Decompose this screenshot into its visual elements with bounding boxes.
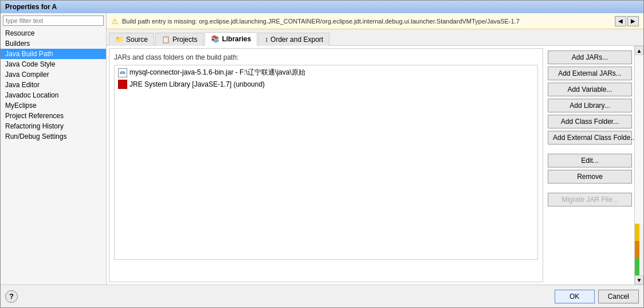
sidebar-items: ResourceBuildersJava Build PathJava Code… bbox=[1, 28, 106, 284]
help-icon: ? bbox=[9, 292, 14, 301]
list-item[interactable]: db mysql-connector-java-5.1.6-bin.jar - … bbox=[116, 67, 536, 79]
cancel-button[interactable]: Cancel bbox=[598, 290, 639, 303]
scroll-track[interactable] bbox=[635, 55, 643, 224]
sidebar-item-java-compiler[interactable]: Java Compiler bbox=[1, 69, 106, 80]
window-title: Properties for A bbox=[5, 3, 57, 11]
lib-item-name: JRE System Library [JavaSE-1.7] (unbound… bbox=[129, 80, 265, 88]
remove-button[interactable]: Remove bbox=[548, 170, 632, 184]
tab-libraries-label: Libraries bbox=[222, 35, 251, 43]
warning-bar: ⚠ Build path entry is missing: org.eclip… bbox=[107, 13, 643, 29]
title-bar: Properties for A bbox=[1, 1, 643, 13]
scroll-up-button[interactable]: ▲ bbox=[635, 46, 643, 55]
indicator-yellow bbox=[635, 224, 639, 241]
dialog-buttons: OK Cancel bbox=[555, 290, 639, 303]
tab-source-label: Source bbox=[126, 36, 148, 44]
nav-arrows: ◀ ▶ bbox=[615, 16, 639, 26]
buttons-panel: Add JARs... Add External JARs... Add Var… bbox=[545, 46, 634, 284]
tab-order-export-label: Order and Export bbox=[270, 36, 323, 44]
content-area: JARs and class folders on the build path… bbox=[107, 46, 643, 284]
tab-source[interactable]: 📁 Source bbox=[109, 33, 154, 46]
sidebar-item-java-editor[interactable]: Java Editor bbox=[1, 80, 106, 90]
properties-window: Properties for A ResourceBuildersJava Bu… bbox=[0, 0, 644, 308]
add-variable-button[interactable]: Add Variable... bbox=[548, 83, 632, 96]
migrate-jar-button[interactable]: Migrate JAR File... bbox=[548, 193, 632, 206]
ok-button[interactable]: OK bbox=[555, 290, 595, 303]
sidebar-item-resource[interactable]: Resource bbox=[1, 28, 106, 38]
libraries-tab-icon: 📚 bbox=[211, 35, 219, 43]
tab-projects-label: Projects bbox=[172, 36, 197, 44]
projects-tab-icon: 📋 bbox=[162, 36, 170, 44]
sidebar-item-java-build-path[interactable]: Java Build Path bbox=[1, 49, 106, 59]
next-warning-button[interactable]: ▶ bbox=[627, 16, 639, 26]
status-bar: ? OK Cancel bbox=[1, 284, 643, 307]
warning-icon: ⚠ bbox=[111, 17, 119, 26]
right-scrollbar: ▲ ▼ bbox=[634, 46, 643, 284]
prev-warning-button[interactable]: ◀ bbox=[615, 16, 626, 26]
add-external-class-folder-button[interactable]: Add External Class Folde... bbox=[548, 131, 632, 145]
add-class-folder-button[interactable]: Add Class Folder... bbox=[548, 115, 632, 128]
filter-input[interactable] bbox=[3, 15, 104, 26]
lib-item-name: mysql-connector-java-5.1.6-bin.jar - F:\… bbox=[129, 68, 305, 77]
indicator-green bbox=[635, 258, 639, 275]
mysql-jar-icon: db bbox=[118, 68, 127, 77]
indicator-orange bbox=[635, 241, 639, 258]
tab-libraries[interactable]: 📚 Libraries bbox=[205, 32, 257, 46]
tab-order-export[interactable]: ↕ Order and Export bbox=[258, 33, 329, 46]
sidebar: ResourceBuildersJava Build PathJava Code… bbox=[1, 13, 107, 284]
help-button[interactable]: ? bbox=[5, 290, 18, 303]
edit-button[interactable]: Edit... bbox=[548, 154, 632, 167]
source-tab-icon: 📁 bbox=[115, 36, 124, 44]
tabs-bar: 📁 Source 📋 Projects 📚 Libraries ↕ Order … bbox=[107, 29, 643, 46]
jre-library-icon bbox=[118, 80, 127, 89]
scroll-down-button[interactable]: ▼ bbox=[635, 275, 643, 284]
sidebar-item-project-references[interactable]: Project References bbox=[1, 111, 106, 121]
add-jars-button[interactable]: Add JARs... bbox=[548, 50, 632, 64]
warning-text: Build path entry is missing: org.eclipse… bbox=[122, 18, 611, 25]
sidebar-item-run/debug-settings[interactable]: Run/Debug Settings bbox=[1, 131, 106, 142]
sidebar-item-builders[interactable]: Builders bbox=[1, 38, 106, 49]
sidebar-item-javadoc-location[interactable]: Javadoc Location bbox=[1, 90, 106, 100]
main-content: ResourceBuildersJava Build PathJava Code… bbox=[1, 13, 643, 284]
tab-projects[interactable]: 📋 Projects bbox=[155, 33, 203, 46]
add-library-button[interactable]: Add Library... bbox=[548, 99, 632, 112]
list-item[interactable]: JRE System Library [JavaSE-1.7] (unbound… bbox=[116, 79, 536, 90]
right-panel: ⚠ Build path entry is missing: org.eclip… bbox=[107, 13, 643, 284]
sidebar-item-java-code-style[interactable]: Java Code Style bbox=[1, 59, 106, 69]
library-list: db mysql-connector-java-5.1.6-bin.jar - … bbox=[114, 65, 538, 260]
sidebar-item-refactoring-history[interactable]: Refactoring History bbox=[1, 121, 106, 131]
library-panel: JARs and class folders on the build path… bbox=[109, 48, 543, 282]
sidebar-item-myeclipse[interactable]: MyEclipse bbox=[1, 100, 106, 111]
panel-label: JARs and class folders on the build path… bbox=[114, 53, 538, 61]
add-external-jars-button[interactable]: Add External JARs... bbox=[548, 67, 632, 80]
order-export-tab-icon: ↕ bbox=[265, 36, 268, 44]
